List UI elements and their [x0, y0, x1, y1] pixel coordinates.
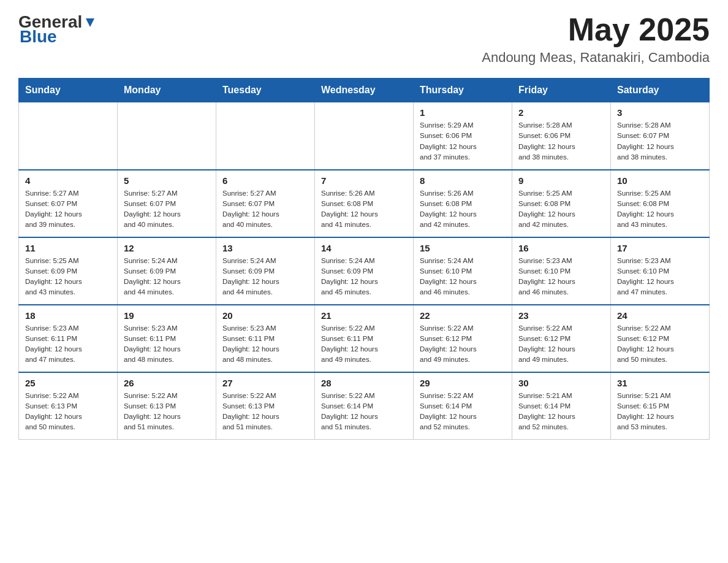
- calendar-table: SundayMondayTuesdayWednesdayThursdayFrid…: [18, 78, 710, 440]
- calendar-header-friday: Friday: [512, 79, 611, 102]
- day-info: Sunrise: 5:28 AM Sunset: 6:06 PM Dayligh…: [518, 120, 604, 163]
- day-info: Sunrise: 5:22 AM Sunset: 6:12 PM Dayligh…: [420, 323, 506, 366]
- calendar-cell: 5Sunrise: 5:27 AM Sunset: 6:07 PM Daylig…: [118, 170, 216, 237]
- calendar-cell: [19, 102, 118, 170]
- day-info: Sunrise: 5:22 AM Sunset: 6:13 PM Dayligh…: [222, 391, 308, 433]
- calendar-header-row: SundayMondayTuesdayWednesdayThursdayFrid…: [19, 79, 710, 102]
- calendar-cell: 1Sunrise: 5:29 AM Sunset: 6:06 PM Daylig…: [414, 102, 512, 170]
- day-number: 7: [321, 175, 407, 186]
- calendar-week-row: 18Sunrise: 5:23 AM Sunset: 6:11 PM Dayli…: [19, 305, 710, 372]
- logo: General Blue: [18, 12, 97, 47]
- svg-marker-0: [86, 18, 94, 27]
- day-info: Sunrise: 5:24 AM Sunset: 6:09 PM Dayligh…: [124, 256, 210, 298]
- calendar-cell: 21Sunrise: 5:22 AM Sunset: 6:11 PM Dayli…: [315, 305, 414, 372]
- logo-triangle-icon: [83, 16, 97, 29]
- day-number: 30: [518, 378, 604, 388]
- day-number: 8: [420, 175, 506, 186]
- day-info: Sunrise: 5:25 AM Sunset: 6:08 PM Dayligh…: [518, 188, 604, 231]
- calendar-week-row: 25Sunrise: 5:22 AM Sunset: 6:13 PM Dayli…: [19, 372, 710, 440]
- day-info: Sunrise: 5:21 AM Sunset: 6:14 PM Dayligh…: [518, 391, 604, 433]
- day-info: Sunrise: 5:27 AM Sunset: 6:07 PM Dayligh…: [222, 188, 308, 231]
- page-header: General Blue May 2025 Andoung Meas, Rata…: [18, 12, 710, 66]
- calendar-cell: 18Sunrise: 5:23 AM Sunset: 6:11 PM Dayli…: [19, 305, 118, 372]
- calendar-header-monday: Monday: [118, 79, 216, 102]
- day-number: 12: [124, 243, 210, 253]
- day-number: 15: [420, 243, 506, 253]
- day-number: 25: [25, 378, 111, 388]
- day-number: 26: [124, 378, 210, 388]
- day-number: 17: [617, 243, 703, 253]
- calendar-header-thursday: Thursday: [414, 79, 512, 102]
- calendar-week-row: 11Sunrise: 5:25 AM Sunset: 6:09 PM Dayli…: [19, 237, 710, 305]
- calendar-cell: 28Sunrise: 5:22 AM Sunset: 6:14 PM Dayli…: [315, 372, 414, 440]
- day-number: 19: [124, 310, 210, 321]
- calendar-header-tuesday: Tuesday: [216, 79, 315, 102]
- day-info: Sunrise: 5:21 AM Sunset: 6:15 PM Dayligh…: [617, 391, 703, 433]
- day-number: 31: [617, 378, 703, 388]
- day-info: Sunrise: 5:23 AM Sunset: 6:11 PM Dayligh…: [124, 323, 210, 366]
- calendar-cell: 14Sunrise: 5:24 AM Sunset: 6:09 PM Dayli…: [315, 237, 414, 305]
- day-number: 11: [25, 243, 111, 253]
- day-info: Sunrise: 5:22 AM Sunset: 6:11 PM Dayligh…: [321, 323, 407, 366]
- day-number: 10: [617, 175, 703, 186]
- calendar-cell: 23Sunrise: 5:22 AM Sunset: 6:12 PM Dayli…: [512, 305, 611, 372]
- day-info: Sunrise: 5:29 AM Sunset: 6:06 PM Dayligh…: [420, 120, 506, 163]
- calendar-cell: 30Sunrise: 5:21 AM Sunset: 6:14 PM Dayli…: [512, 372, 611, 440]
- title-section: May 2025 Andoung Meas, Ratanakiri, Cambo…: [482, 12, 710, 66]
- day-number: 21: [321, 310, 407, 321]
- day-info: Sunrise: 5:23 AM Sunset: 6:11 PM Dayligh…: [25, 323, 111, 366]
- calendar-cell: 7Sunrise: 5:26 AM Sunset: 6:08 PM Daylig…: [315, 170, 414, 237]
- calendar-cell: [216, 102, 315, 170]
- day-info: Sunrise: 5:22 AM Sunset: 6:14 PM Dayligh…: [321, 391, 407, 433]
- calendar-week-row: 1Sunrise: 5:29 AM Sunset: 6:06 PM Daylig…: [19, 102, 710, 170]
- day-number: 20: [222, 310, 308, 321]
- day-number: 24: [617, 310, 703, 321]
- day-number: 18: [25, 310, 111, 321]
- month-year-title: May 2025: [482, 12, 710, 47]
- day-info: Sunrise: 5:26 AM Sunset: 6:08 PM Dayligh…: [420, 188, 506, 231]
- calendar-cell: 26Sunrise: 5:22 AM Sunset: 6:13 PM Dayli…: [118, 372, 216, 440]
- day-number: 28: [321, 378, 407, 388]
- calendar-cell: 9Sunrise: 5:25 AM Sunset: 6:08 PM Daylig…: [512, 170, 611, 237]
- day-number: 29: [420, 378, 506, 388]
- calendar-cell: 29Sunrise: 5:22 AM Sunset: 6:14 PM Dayli…: [414, 372, 512, 440]
- day-number: 9: [518, 175, 604, 186]
- calendar-cell: [118, 102, 216, 170]
- calendar-cell: 27Sunrise: 5:22 AM Sunset: 6:13 PM Dayli…: [216, 372, 315, 440]
- day-number: 5: [124, 175, 210, 186]
- day-info: Sunrise: 5:22 AM Sunset: 6:12 PM Dayligh…: [518, 323, 604, 366]
- calendar-cell: 22Sunrise: 5:22 AM Sunset: 6:12 PM Dayli…: [414, 305, 512, 372]
- calendar-cell: [315, 102, 414, 170]
- day-info: Sunrise: 5:25 AM Sunset: 6:08 PM Dayligh…: [617, 188, 703, 231]
- day-info: Sunrise: 5:23 AM Sunset: 6:10 PM Dayligh…: [518, 256, 604, 298]
- day-info: Sunrise: 5:22 AM Sunset: 6:14 PM Dayligh…: [420, 391, 506, 433]
- day-number: 27: [222, 378, 308, 388]
- calendar-cell: 12Sunrise: 5:24 AM Sunset: 6:09 PM Dayli…: [118, 237, 216, 305]
- day-info: Sunrise: 5:28 AM Sunset: 6:07 PM Dayligh…: [617, 120, 703, 163]
- calendar-cell: 25Sunrise: 5:22 AM Sunset: 6:13 PM Dayli…: [19, 372, 118, 440]
- calendar-cell: 10Sunrise: 5:25 AM Sunset: 6:08 PM Dayli…: [611, 170, 710, 237]
- day-number: 3: [617, 107, 703, 118]
- calendar-cell: 2Sunrise: 5:28 AM Sunset: 6:06 PM Daylig…: [512, 102, 611, 170]
- day-info: Sunrise: 5:24 AM Sunset: 6:09 PM Dayligh…: [222, 256, 308, 298]
- day-number: 16: [518, 243, 604, 253]
- day-number: 1: [420, 107, 506, 118]
- calendar-cell: 11Sunrise: 5:25 AM Sunset: 6:09 PM Dayli…: [19, 237, 118, 305]
- day-info: Sunrise: 5:24 AM Sunset: 6:10 PM Dayligh…: [420, 256, 506, 298]
- day-info: Sunrise: 5:22 AM Sunset: 6:12 PM Dayligh…: [617, 323, 703, 366]
- day-number: 4: [25, 175, 111, 186]
- calendar-cell: 3Sunrise: 5:28 AM Sunset: 6:07 PM Daylig…: [611, 102, 710, 170]
- day-info: Sunrise: 5:24 AM Sunset: 6:09 PM Dayligh…: [321, 256, 407, 298]
- calendar-header-sunday: Sunday: [19, 79, 118, 102]
- day-info: Sunrise: 5:23 AM Sunset: 6:10 PM Dayligh…: [617, 256, 703, 298]
- day-info: Sunrise: 5:26 AM Sunset: 6:08 PM Dayligh…: [321, 188, 407, 231]
- day-number: 23: [518, 310, 604, 321]
- logo-blue-text: Blue: [20, 27, 57, 47]
- day-info: Sunrise: 5:25 AM Sunset: 6:09 PM Dayligh…: [25, 256, 111, 298]
- day-info: Sunrise: 5:22 AM Sunset: 6:13 PM Dayligh…: [25, 391, 111, 433]
- calendar-cell: 24Sunrise: 5:22 AM Sunset: 6:12 PM Dayli…: [611, 305, 710, 372]
- day-number: 22: [420, 310, 506, 321]
- day-number: 13: [222, 243, 308, 253]
- calendar-cell: 6Sunrise: 5:27 AM Sunset: 6:07 PM Daylig…: [216, 170, 315, 237]
- day-info: Sunrise: 5:23 AM Sunset: 6:11 PM Dayligh…: [222, 323, 308, 366]
